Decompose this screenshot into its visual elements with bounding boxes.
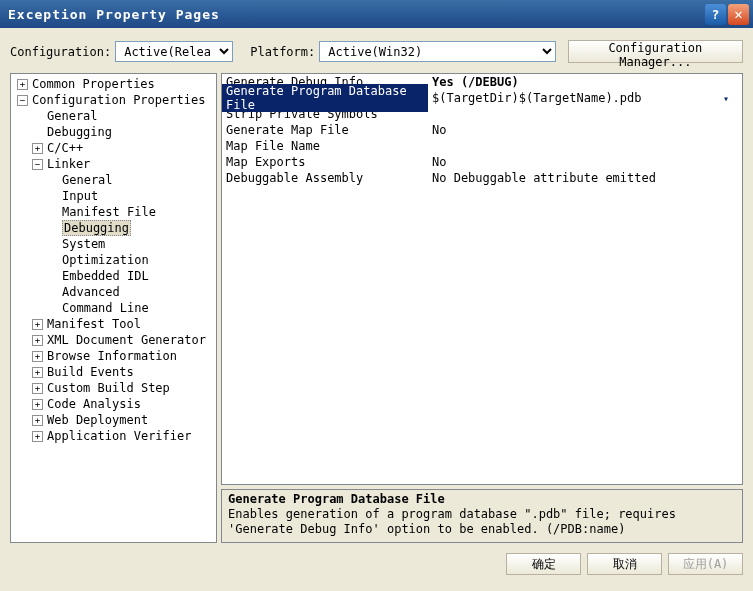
tree-item-linker[interactable]: −Linker [11,156,216,172]
grid-key: Map File Name [222,139,428,153]
tree-item-linker-manifest-file[interactable]: Manifest File [11,204,216,220]
configuration-label: Configuration: [10,45,111,59]
description-title: Generate Program Database File [228,492,736,507]
configuration-manager-button[interactable]: Configuration Manager... [568,40,743,63]
tree-item-xml-doc-gen[interactable]: +XML Document Generator [11,332,216,348]
close-button[interactable]: ✕ [728,4,749,25]
tree-item-build-events[interactable]: +Build Events [11,364,216,380]
tree-item-linker-general[interactable]: General [11,172,216,188]
window-title: Exception Property Pages [8,7,220,22]
tree-item-linker-optimization[interactable]: Optimization [11,252,216,268]
property-grid[interactable]: Generate Debug InfoYes (/DEBUG)▾Generate… [221,73,743,485]
grid-row[interactable]: ▾Generate Program Database File$(TargetD… [222,90,742,106]
grid-key: Generate Map File [222,123,428,137]
expand-icon[interactable]: + [32,143,43,154]
expand-icon[interactable]: + [32,399,43,410]
tree-item-manifest-tool[interactable]: +Manifest Tool [11,316,216,332]
tree-item-linker-embedded-idl[interactable]: Embedded IDL [11,268,216,284]
tree-item-linker-debugging[interactable]: Debugging [11,220,216,236]
expand-icon[interactable]: + [32,351,43,362]
platform-label: Platform: [250,45,315,59]
grid-row[interactable]: Debuggable AssemblyNo Debuggable attribu… [222,170,742,186]
grid-key: Debuggable Assembly [222,171,428,185]
tree-panel[interactable]: +Common Properties −Configuration Proper… [10,73,217,543]
apply-button[interactable]: 应用(A) [668,553,743,575]
window-titlebar: Exception Property Pages ? ✕ [0,0,753,28]
collapse-icon[interactable]: − [32,159,43,170]
collapse-icon[interactable]: − [17,95,28,106]
configuration-dropdown[interactable]: Active(Release) [115,41,233,62]
expand-icon[interactable]: + [32,367,43,378]
tree-item-debugging[interactable]: Debugging [11,124,216,140]
expand-icon[interactable]: + [32,383,43,394]
tree-item-common-properties[interactable]: +Common Properties [11,76,216,92]
tree-item-code-analysis[interactable]: +Code Analysis [11,396,216,412]
tree-item-web-deployment[interactable]: +Web Deployment [11,412,216,428]
cancel-button[interactable]: 取消 [587,553,662,575]
expand-icon[interactable]: + [17,79,28,90]
ok-button[interactable]: 确定 [506,553,581,575]
expand-icon[interactable]: + [32,335,43,346]
platform-dropdown[interactable]: Active(Win32) [319,41,556,62]
help-button[interactable]: ? [705,4,726,25]
tree-item-linker-command-line[interactable]: Command Line [11,300,216,316]
grid-row[interactable]: Map File Name [222,138,742,154]
grid-value[interactable]: No [428,123,742,137]
grid-row[interactable]: Generate Map FileNo [222,122,742,138]
tree-item-linker-input[interactable]: Input [11,188,216,204]
grid-row[interactable]: Map ExportsNo [222,154,742,170]
tree-item-custom-build[interactable]: +Custom Build Step [11,380,216,396]
tree-item-app-verifier[interactable]: +Application Verifier [11,428,216,444]
expand-icon[interactable]: + [32,415,43,426]
toolbar: Configuration: Active(Release) Platform:… [0,28,753,69]
tree-item-linker-advanced[interactable]: Advanced [11,284,216,300]
description-panel: Generate Program Database File Enables g… [221,489,743,543]
tree-item-configuration-properties[interactable]: −Configuration Properties [11,92,216,108]
grid-value[interactable]: Yes (/DEBUG) [428,75,742,89]
grid-value[interactable]: No Debuggable attribute emitted [428,171,742,185]
expand-icon[interactable]: + [32,319,43,330]
expand-icon[interactable]: + [32,431,43,442]
tree-item-browse-info[interactable]: +Browse Information [11,348,216,364]
dialog-footer: 确定 取消 应用(A) [0,549,753,583]
grid-key: Map Exports [222,155,428,169]
grid-value[interactable]: No [428,155,742,169]
description-body: Enables generation of a program database… [228,507,736,537]
tree-item-general[interactable]: General [11,108,216,124]
tree-item-ccpp[interactable]: +C/C++ [11,140,216,156]
grid-value[interactable]: $(TargetDir)$(TargetName).pdb [428,91,742,105]
grid-key: Generate Program Database File [222,84,428,112]
dropdown-icon[interactable]: ▾ [723,93,729,104]
tree-item-linker-system[interactable]: System [11,236,216,252]
